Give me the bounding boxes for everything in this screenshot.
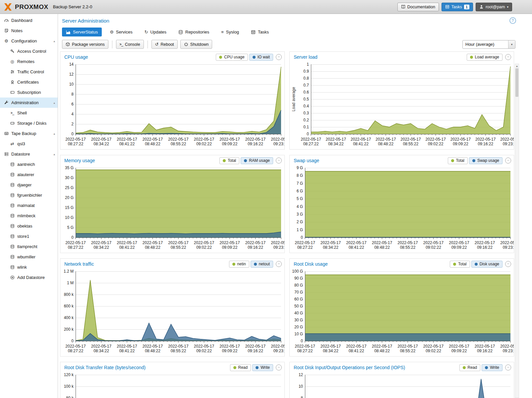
sidebar: DashboardNotes⚙Configuration▴Access Cont…	[0, 14, 58, 398]
legend-read-button[interactable]: Read	[459, 364, 481, 371]
svg-text:2022-05-17: 2022-05-17	[271, 240, 284, 245]
legend-total-button[interactable]: Total	[219, 157, 239, 164]
sidebar-item-add-datastore[interactable]: Add Datastore	[0, 272, 58, 283]
database-icon	[9, 224, 15, 228]
book-icon	[401, 5, 405, 9]
collapse-chart-icon[interactable]: −	[276, 261, 282, 267]
timeframe-select[interactable]: Hour (average) ▾	[462, 40, 515, 49]
console-button[interactable]: >_Console	[116, 40, 144, 49]
sidebar-item-wlink[interactable]: wlink	[0, 262, 58, 272]
chart-panel-header: Swap usageTotalSwap usage−	[290, 155, 514, 166]
legend-swap-usage-button[interactable]: Swap usage	[469, 157, 502, 164]
product-version: Backup Server 2.2-0	[53, 4, 92, 9]
chevron-down-icon: ▾	[508, 40, 515, 48]
plus-icon	[9, 275, 15, 280]
legend-read-button[interactable]: Read	[230, 364, 251, 371]
sidebar-item-tape-backup[interactable]: Tape Backup▴	[0, 128, 58, 139]
collapse-arrow-icon[interactable]: ▴	[53, 132, 55, 135]
tab-services[interactable]: ⚙Services	[106, 28, 137, 36]
sidebar-item-obektas[interactable]: obektas	[0, 221, 58, 231]
chart-panel-server-load: Server loadLoad average−00.10.20.30.40.5…	[289, 51, 514, 150]
legend-netout-button[interactable]: netout	[251, 261, 273, 268]
sidebar-item-fgruenbichler[interactable]: fgruenbichler	[0, 190, 58, 200]
svg-text:09:16:22: 09:16:22	[477, 349, 493, 353]
user-menu-button[interactable]: root@pam ▾	[476, 3, 512, 11]
svg-text:08:48:22: 08:48:22	[374, 349, 390, 353]
legend-netin-button[interactable]: netin	[229, 261, 249, 268]
sidebar-item-dashboard[interactable]: Dashboard	[0, 15, 58, 26]
sidebar-item-aantreich[interactable]: aantreich	[0, 159, 58, 169]
sidebar-item-storage-disks[interactable]: Storage / Disks	[0, 118, 58, 128]
tab-tasks[interactable]: Tasks	[247, 28, 273, 36]
svg-text:09:23:22: 09:23:22	[273, 245, 284, 250]
collapse-chart-icon[interactable]: −	[505, 54, 511, 60]
sidebar-item-access-control[interactable]: Access Control	[0, 46, 58, 56]
sidebar-item-alauterer[interactable]: alauterer	[0, 169, 58, 180]
content-area: Server Administration ? ServerStatus⚙Ser…	[58, 14, 532, 398]
svg-text:2022-05-17: 2022-05-17	[397, 240, 418, 245]
legend-ram-usage-button[interactable]: RAM usage	[241, 157, 273, 164]
scrollbar-thumb[interactable]	[515, 68, 518, 97]
svg-text:2022-05-17: 2022-05-17	[271, 137, 284, 142]
sidebar-item-administration[interactable]: Administration▴	[0, 98, 58, 108]
svg-text:2022-05-17: 2022-05-17	[346, 344, 367, 349]
sidebar-item-qsl3[interactable]: ⇄qsl3	[0, 139, 58, 149]
svg-text:0.6: 0.6	[303, 90, 309, 95]
svg-text:08:55:22: 08:55:22	[171, 245, 186, 250]
legend-cpu-usage-button[interactable]: CPU usage	[216, 54, 248, 61]
svg-text:09:23:22: 09:23:22	[503, 349, 514, 353]
sidebar-item-traffic-control[interactable]: Traffic Control	[0, 67, 58, 77]
sidebar-item-tlamprecht[interactable]: tlamprecht	[0, 241, 58, 252]
shutdown-button[interactable]: Shutdown	[180, 40, 212, 49]
tab-serverstatus[interactable]: ServerStatus	[62, 28, 102, 36]
collapse-arrow-icon[interactable]: ▴	[53, 153, 55, 156]
sidebar-item-notes[interactable]: Notes	[0, 26, 58, 36]
chart-panel-swap-usage: Swap usageTotalSwap usage−01 G2 G3 G4 G5…	[289, 155, 514, 253]
sidebar-item-certificates[interactable]: Certificates	[0, 77, 58, 87]
collapse-chart-icon[interactable]: −	[276, 158, 282, 164]
sidebar-item-mlimbeck[interactable]: mlimbeck	[0, 211, 58, 221]
scroll-up-icon[interactable]: ▲	[515, 65, 519, 68]
reboot-button[interactable]: ↺Reboot	[151, 40, 178, 49]
sidebar-item-djaeger[interactable]: djaeger	[0, 180, 58, 190]
legend-disk-usage-button[interactable]: Disk usage	[471, 261, 502, 268]
sidebar-item-store1[interactable]: store1	[0, 231, 58, 241]
svg-text:09:16:22: 09:16:22	[248, 142, 263, 146]
tab-repositories[interactable]: Repositories	[174, 28, 213, 36]
sidebar-item-configuration[interactable]: ⚙Configuration▴	[0, 36, 58, 46]
legend-write-button[interactable]: Write	[252, 364, 273, 371]
help-icon[interactable]: ?	[509, 17, 516, 24]
series-color-dot	[232, 263, 235, 266]
svg-text:2022-05-17: 2022-05-17	[245, 137, 266, 142]
collapse-arrow-icon[interactable]: ▴	[53, 101, 55, 104]
legend-total-button[interactable]: Total	[450, 261, 470, 268]
collapse-chart-icon[interactable]: −	[505, 158, 511, 164]
svg-text:2022-05-17: 2022-05-17	[372, 240, 392, 245]
legend-load-average-button[interactable]: Load average	[467, 54, 502, 61]
sidebar-item-wbumiller[interactable]: wbumiller	[0, 252, 58, 262]
documentation-button[interactable]: Documentation	[397, 3, 439, 11]
sidebar-item-malmalat[interactable]: malmalat	[0, 200, 58, 211]
tab-syslog[interactable]: ≡Syslog	[217, 28, 243, 36]
chart-title: Root Disk usage	[294, 261, 328, 267]
collapse-chart-icon[interactable]: −	[505, 365, 511, 370]
chart-panel-header: Memory usageTotalRAM usage−	[60, 155, 284, 166]
legend-write-button[interactable]: Write	[482, 364, 502, 371]
collapse-chart-icon[interactable]: −	[276, 54, 282, 60]
collapse-chart-icon[interactable]: −	[276, 365, 282, 370]
sidebar-item-subscription[interactable]: Subscription	[0, 87, 58, 98]
tasks-button[interactable]: Tasks 1	[442, 3, 473, 11]
legend-io-wait-button[interactable]: IO wait	[249, 54, 273, 61]
sidebar-item-datastore[interactable]: Datastore▴	[0, 149, 58, 159]
svg-text:120 k: 120 k	[64, 373, 74, 377]
svg-text:40 G: 40 G	[294, 311, 303, 315]
vertical-scrollbar[interactable]: ▲	[515, 64, 519, 398]
collapse-arrow-icon[interactable]: ▴	[53, 39, 55, 43]
legend-total-button[interactable]: Total	[448, 157, 468, 164]
svg-text:2022-05-17: 2022-05-17	[194, 344, 214, 349]
collapse-chart-icon[interactable]: −	[505, 261, 511, 267]
tab-updates[interactable]: ↻Updates	[141, 28, 170, 36]
package-versions-button[interactable]: Package versions	[62, 40, 108, 49]
sidebar-item-shell[interactable]: >_Shell	[0, 108, 58, 118]
sidebar-item-remotes[interactable]: ◎Remotes	[0, 56, 58, 67]
